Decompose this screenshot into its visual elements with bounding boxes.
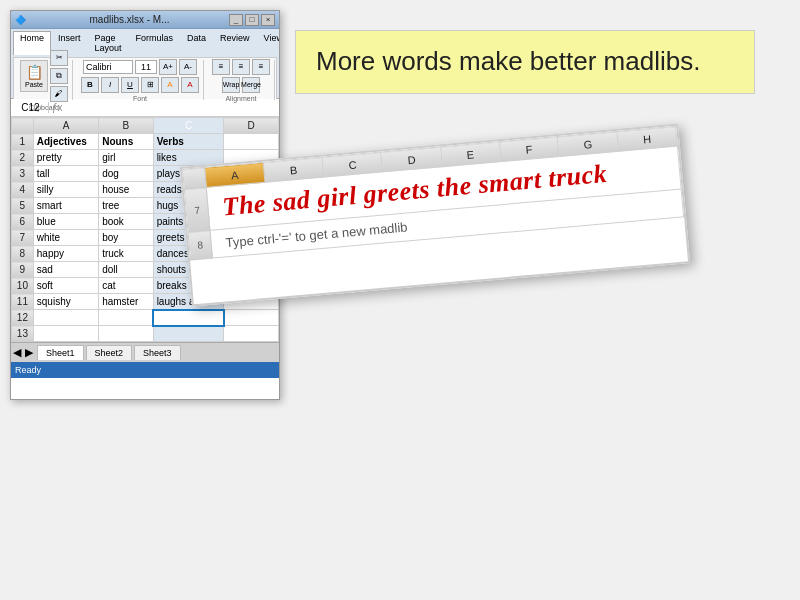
- italic-button[interactable]: I: [101, 77, 119, 93]
- row-header-11: 11: [12, 294, 34, 310]
- sheet-tabs: ◀ ▶ Sheet1 Sheet2 Sheet3: [11, 342, 279, 362]
- cell-9a[interactable]: sad: [33, 262, 98, 278]
- paste-button[interactable]: 📋 Paste: [20, 60, 48, 92]
- cell-1b[interactable]: Nouns: [99, 134, 153, 150]
- cell-13b[interactable]: [99, 326, 153, 342]
- row-header-12: 12: [12, 310, 34, 326]
- format-painter-button[interactable]: 🖌: [50, 86, 68, 102]
- cell-8b[interactable]: truck: [99, 246, 153, 262]
- window-controls: _ □ ×: [229, 14, 275, 26]
- row-header-7: 7: [12, 230, 34, 246]
- cell-6b[interactable]: book: [99, 214, 153, 230]
- cell-5b[interactable]: tree: [99, 198, 153, 214]
- col-header-a[interactable]: A: [33, 118, 98, 134]
- cell-4a[interactable]: silly: [33, 182, 98, 198]
- corner-cell: [12, 118, 34, 134]
- table-row[interactable]: 12: [12, 310, 279, 326]
- font-color-button[interactable]: A: [181, 77, 199, 93]
- row-header-5: 5: [12, 198, 34, 214]
- excel-titlebar: 🔷 madlibs.xlsx - M... _ □ ×: [11, 11, 279, 29]
- cell-9b[interactable]: doll: [99, 262, 153, 278]
- cell-12c[interactable]: [153, 310, 224, 326]
- sheet-tab-2[interactable]: Sheet2: [86, 345, 133, 360]
- tab-page-layout[interactable]: Page Layout: [88, 31, 129, 55]
- row-header-13: 13: [12, 326, 34, 342]
- copy-button[interactable]: ⧉: [50, 68, 68, 84]
- tab-review[interactable]: Review: [213, 31, 257, 55]
- cell-1c[interactable]: Verbs: [153, 134, 224, 150]
- cell-4b[interactable]: house: [99, 182, 153, 198]
- row-header-2: 2: [12, 150, 34, 166]
- font-label: Font: [133, 95, 147, 102]
- cell-1d[interactable]: [224, 134, 279, 150]
- font-name-input[interactable]: Calibri: [83, 60, 133, 74]
- tab-data[interactable]: Data: [180, 31, 213, 55]
- decrease-font-button[interactable]: A-: [179, 59, 197, 75]
- minimize-button[interactable]: _: [229, 14, 243, 26]
- cell-11a[interactable]: squishy: [33, 294, 98, 310]
- alignment-label: Alignment: [225, 95, 256, 102]
- increase-font-button[interactable]: A+: [159, 59, 177, 75]
- row-header-10: 10: [12, 278, 34, 294]
- cell-10b[interactable]: cat: [99, 278, 153, 294]
- fill-color-button[interactable]: A: [161, 77, 179, 93]
- cell-7b[interactable]: boy: [99, 230, 153, 246]
- tab-view[interactable]: View: [257, 31, 280, 55]
- overlay-row-8-header: 8: [188, 230, 212, 260]
- cell-2b[interactable]: girl: [99, 150, 153, 166]
- row-header-6: 6: [12, 214, 34, 230]
- borders-button[interactable]: ⊞: [141, 77, 159, 93]
- cell-7a[interactable]: white: [33, 230, 98, 246]
- close-button[interactable]: ×: [261, 14, 275, 26]
- row-header-1: 1: [12, 134, 34, 150]
- excel-ribbon: Home Insert Page Layout Formulas Data Re…: [11, 29, 279, 99]
- maximize-button[interactable]: □: [245, 14, 259, 26]
- cell-11b[interactable]: hamster: [99, 294, 153, 310]
- cell-1a[interactable]: Adjectives: [33, 134, 98, 150]
- column-header-row: A B C D: [12, 118, 279, 134]
- wrap-text-button[interactable]: Wrap: [222, 77, 240, 93]
- row-header-9: 9: [12, 262, 34, 278]
- ribbon-content: 📋 Paste ✂ ⧉ 🖌 Clipboard Calibri 11 A+: [13, 57, 277, 103]
- main-heading: More words make better madlibs.: [295, 30, 755, 94]
- cell-2a[interactable]: pretty: [33, 150, 98, 166]
- col-header-d[interactable]: D: [224, 118, 279, 134]
- align-right-button[interactable]: ≡: [252, 59, 270, 75]
- align-center-button[interactable]: ≡: [232, 59, 250, 75]
- cell-12d[interactable]: [224, 310, 279, 326]
- cell-3a[interactable]: tall: [33, 166, 98, 182]
- cell-6a[interactable]: blue: [33, 214, 98, 230]
- merge-button[interactable]: Merge: [242, 77, 260, 93]
- bold-button[interactable]: B: [81, 77, 99, 93]
- align-left-button[interactable]: ≡: [212, 59, 230, 75]
- ribbon-number-group: General ▼ $ % , .0+ -.0 Number: [279, 60, 280, 100]
- ribbon-alignment-group: ≡ ≡ ≡ Wrap Merge Alignment: [208, 60, 275, 100]
- sheet-nav-next[interactable]: ▶: [25, 346, 33, 359]
- cell-8a[interactable]: happy: [33, 246, 98, 262]
- cell-12b[interactable]: [99, 310, 153, 326]
- cell-3b[interactable]: dog: [99, 166, 153, 182]
- cell-13d[interactable]: [224, 326, 279, 342]
- col-header-c[interactable]: C: [153, 118, 224, 134]
- row-header-3: 3: [12, 166, 34, 182]
- sheet-tab-1[interactable]: Sheet1: [37, 345, 84, 360]
- underline-button[interactable]: U: [121, 77, 139, 93]
- table-row[interactable]: 1AdjectivesNounsVerbs: [12, 134, 279, 150]
- table-row[interactable]: 13: [12, 326, 279, 342]
- font-size-input[interactable]: 11: [135, 60, 157, 74]
- tab-formulas[interactable]: Formulas: [129, 31, 181, 55]
- excel-title: madlibs.xlsx - M...: [30, 14, 229, 25]
- excel-status-bar: Ready: [11, 362, 279, 378]
- cell-5a[interactable]: smart: [33, 198, 98, 214]
- cell-10a[interactable]: soft: [33, 278, 98, 294]
- col-header-b[interactable]: B: [99, 118, 153, 134]
- ribbon-font-group: Calibri 11 A+ A- B I U ⊞ A A Font: [77, 60, 204, 100]
- cell-13c[interactable]: [153, 326, 224, 342]
- cell-13a[interactable]: [33, 326, 98, 342]
- cell-reference[interactable]: C12: [13, 102, 49, 113]
- sheet-tab-3[interactable]: Sheet3: [134, 345, 181, 360]
- sheet-nav-prev[interactable]: ◀: [13, 346, 21, 359]
- cut-button[interactable]: ✂: [50, 50, 68, 66]
- ribbon-clipboard-group: 📋 Paste ✂ ⧉ 🖌 Clipboard: [16, 60, 73, 100]
- cell-12a[interactable]: [33, 310, 98, 326]
